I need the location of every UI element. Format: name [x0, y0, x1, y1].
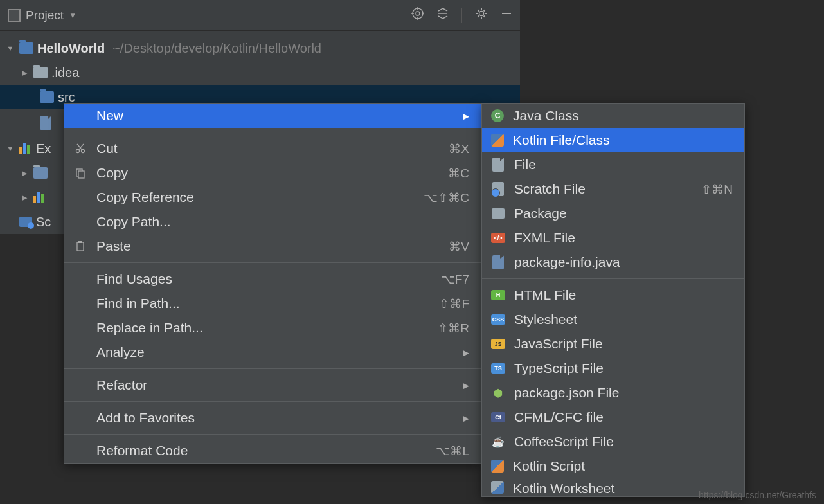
chevron-right-icon: ▶	[19, 194, 30, 202]
target-icon[interactable]	[411, 7, 424, 23]
chevron-right-icon: ▶	[19, 69, 30, 77]
menu-reformat-code[interactable]: Reformat Code ⌥⌘L	[64, 438, 481, 463]
menu-replace-in-path[interactable]: Replace in Path... ⇧⌘R	[64, 316, 481, 340]
js-icon: JS	[491, 339, 505, 349]
submenu-package[interactable]: Package	[482, 201, 744, 226]
submenu-label: CFML/CFC file	[514, 410, 604, 425]
scratches-label: Sc	[36, 215, 51, 230]
menu-copy-reference[interactable]: Copy Reference ⌥⇧⌘C	[64, 185, 481, 210]
chevron-down-icon: ▼	[5, 44, 15, 52]
watermark: https://blog.csdn.net/Greathfs	[699, 490, 816, 500]
submenu-label: JavaScript File	[514, 336, 603, 352]
menu-label: Replace in Path...	[96, 320, 429, 336]
kotlin-icon	[491, 460, 504, 473]
fxml-icon: </>	[491, 233, 505, 243]
menu-cut[interactable]: Cut ⌘X	[64, 136, 481, 161]
project-folder-icon	[19, 42, 33, 54]
svg-point-1	[416, 12, 420, 15]
submenu-kotlin-script[interactable]: Kotlin Script	[482, 454, 744, 478]
menu-shortcut: ⇧⌘R	[438, 321, 469, 336]
submenu-kotlin-file[interactable]: Kotlin File/Class	[482, 128, 744, 152]
submenu-typescript[interactable]: TS TypeScript File	[482, 356, 744, 381]
submenu-label: package-info.java	[514, 255, 620, 270]
menu-label: Refactor	[96, 377, 449, 393]
menu-label: Paste	[96, 239, 440, 254]
ts-icon: TS	[491, 363, 505, 374]
submenu-java-class[interactable]: C Java Class	[482, 104, 744, 128]
folder-icon	[33, 67, 48, 78]
submenu-label: Kotlin Worksheet	[513, 481, 614, 496]
menu-shortcut: ⌘V	[449, 239, 469, 254]
file-icon	[40, 116, 51, 130]
submenu-stylesheet[interactable]: CSS Stylesheet	[482, 307, 744, 332]
menu-separator	[482, 278, 744, 279]
project-tool-header: Project ▼	[0, 0, 520, 31]
submenu-javascript[interactable]: JS JavaScript File	[482, 332, 744, 356]
submenu-label: FXML File	[514, 230, 575, 246]
menu-shortcut: ⌥F7	[441, 272, 469, 287]
menu-separator	[64, 262, 481, 263]
menu-label: Copy Reference	[96, 190, 415, 205]
divider	[461, 8, 462, 23]
menu-label: New	[96, 108, 449, 123]
submenu-label: TypeScript File	[514, 361, 604, 376]
file-icon	[492, 158, 504, 172]
svg-point-9	[76, 150, 80, 153]
menu-shortcut: ⇧⌘F	[439, 296, 469, 311]
menu-copy[interactable]: Copy ⌘C	[64, 161, 481, 185]
submenu-label: Stylesheet	[514, 312, 577, 327]
submenu-scratch-file[interactable]: Scratch File ⇧⌘N	[482, 177, 744, 201]
library-icon	[33, 192, 46, 203]
project-path: ~/Desktop/develop/Kotlin/HelloWorld	[112, 41, 321, 56]
submenu-package-json[interactable]: ⬢ package.json File	[482, 381, 744, 405]
submenu-coffeescript[interactable]: ☕ CoffeeScript File	[482, 429, 744, 454]
menu-new[interactable]: New ▶	[64, 104, 481, 128]
menu-separator	[64, 401, 481, 402]
lib-icon	[33, 167, 48, 179]
menu-paste[interactable]: Paste ⌘V	[64, 234, 481, 258]
tree-idea-folder[interactable]: ▶ .idea	[0, 60, 520, 85]
coffee-icon: ☕	[491, 435, 505, 449]
kotlin-worksheet-icon	[491, 481, 504, 494]
scissors-icon	[73, 143, 87, 154]
submenu-cfml[interactable]: Cf CFML/CFC file	[482, 405, 744, 429]
submenu-fxml[interactable]: </> FXML File	[482, 226, 744, 250]
folder-label: .idea	[51, 66, 79, 80]
submenu-file[interactable]: File	[482, 152, 744, 177]
menu-label: Reformat Code	[96, 443, 427, 458]
chevron-right-icon: ▶	[463, 348, 469, 357]
collapse-icon[interactable]	[437, 8, 449, 22]
new-submenu: C Java Class Kotlin File/Class File Scra…	[481, 103, 745, 497]
cfml-icon: Cf	[491, 412, 505, 422]
project-selector[interactable]: Project ▼	[8, 8, 76, 22]
submenu-label: HTML File	[514, 287, 576, 303]
scratch-file-icon	[492, 182, 504, 196]
project-name: HelloWorld	[37, 41, 105, 56]
menu-label: Analyze	[96, 345, 449, 360]
submenu-package-info[interactable]: package-info.java	[482, 250, 744, 274]
menu-refactor[interactable]: Refactor ▶	[64, 373, 481, 397]
submenu-html[interactable]: H HTML File	[482, 283, 744, 307]
menu-add-favorites[interactable]: Add to Favorites ▶	[64, 406, 481, 430]
menu-label: Cut	[96, 141, 440, 156]
context-menu: New ▶ Cut ⌘X Copy ⌘C Copy Reference ⌥⇧⌘C…	[64, 103, 481, 464]
scratches-icon	[19, 217, 32, 227]
menu-copy-path[interactable]: Copy Path...	[64, 210, 481, 234]
menu-separator	[64, 434, 481, 435]
package-icon	[492, 208, 505, 219]
libs-label: Ex	[36, 141, 51, 156]
submenu-label: CoffeeScript File	[514, 434, 614, 449]
gear-icon[interactable]	[475, 7, 488, 23]
java-file-icon	[492, 255, 504, 269]
menu-analyze[interactable]: Analyze ▶	[64, 340, 481, 364]
svg-rect-16	[78, 241, 82, 243]
menu-find-in-path[interactable]: Find in Path... ⇧⌘F	[64, 291, 481, 316]
submenu-label: Java Class	[513, 108, 579, 123]
svg-point-7	[479, 12, 484, 16]
project-icon	[8, 9, 21, 22]
chevron-down-icon: ▼	[5, 145, 15, 152]
minimize-icon[interactable]	[501, 8, 512, 22]
menu-find-usages[interactable]: Find Usages ⌥F7	[64, 267, 481, 291]
tree-root[interactable]: ▼ HelloWorld ~/Desktop/develop/Kotlin/He…	[0, 36, 520, 60]
kotlin-icon	[491, 134, 504, 147]
